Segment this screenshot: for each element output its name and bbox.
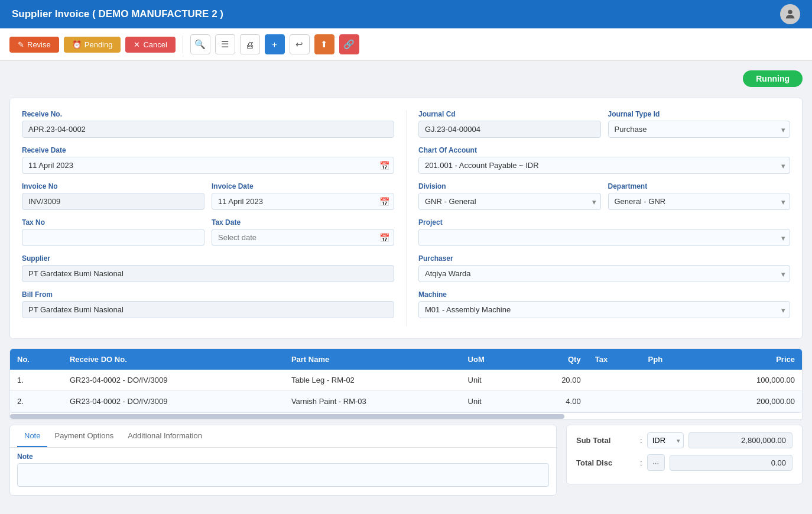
toolbar: ✎ Revise ⏰ Pending ✕ Cancel 🔍 ☰ 🖨 ＋ ↩ ⬆ …	[0, 28, 812, 61]
journal-type-group: Journal Type Id Purchase Sale General	[608, 110, 791, 138]
cancel-button[interactable]: ✕ Cancel	[125, 37, 175, 53]
tax-date-input[interactable]	[212, 229, 394, 246]
project-select[interactable]	[418, 229, 790, 246]
col-pph: Pph	[641, 349, 698, 370]
journal-cd-group: Journal Cd	[418, 110, 601, 138]
revise-button[interactable]: ✎ Revise	[9, 37, 59, 53]
tax-date-wrapper: 📅	[212, 229, 394, 246]
sub-total-colon: :	[640, 436, 642, 445]
machine-select[interactable]: M01 - Assembly Machine	[418, 301, 790, 318]
purchaser-select[interactable]: Atqiya Warda	[418, 265, 790, 282]
receive-no-label: Receive No.	[22, 110, 394, 118]
receive-no-group: Receive No.	[22, 110, 394, 138]
clock-icon: ⏰	[72, 40, 82, 49]
invoice-no-group: Invoice No	[22, 182, 204, 210]
calendar-icon-3: 📅	[379, 233, 389, 243]
division-select[interactable]: GNR - General	[418, 193, 601, 210]
cell-price: 200,000.00	[698, 391, 802, 412]
division-dept-row: Division GNR - General Department Genera…	[418, 182, 790, 218]
col-qty: Qty	[522, 349, 588, 370]
sub-total-currency-select[interactable]: IDR USD	[647, 432, 684, 448]
cell-receive-do: GR23-04-0002 - DO/IV/3009	[63, 370, 284, 391]
total-disc-dots-btn[interactable]: ···	[647, 454, 665, 471]
svg-point-0	[788, 10, 792, 14]
total-disc-colon: :	[640, 458, 642, 467]
machine-label: Machine	[418, 290, 790, 299]
scroll-bar	[10, 414, 564, 419]
col-no: No.	[10, 349, 63, 370]
cell-tax	[588, 370, 641, 391]
x-icon: ✕	[134, 40, 140, 49]
bottom-section: Note Payment Options Additional Informat…	[9, 425, 803, 496]
revise-icon: ✎	[18, 40, 24, 49]
sub-total-currency-wrapper: IDR USD	[647, 432, 684, 448]
search-icon-btn[interactable]: 🔍	[190, 34, 210, 54]
data-table-container: No. Receive DO No. Part Name UoM Qty Tax…	[9, 348, 803, 413]
cell-uom: Unit	[461, 391, 522, 412]
calendar-icon: 📅	[379, 161, 389, 170]
form-left: Receive No. Receive Date 📅 Invoice No In…	[22, 110, 406, 326]
cell-pph	[641, 391, 698, 412]
chart-of-account-select[interactable]: 201.001 - Account Payable ~ IDR	[418, 157, 790, 174]
total-disc-row: Total Disc : ··· 0.00	[576, 454, 792, 471]
project-label: Project	[418, 218, 790, 227]
invoice-no-input[interactable]	[22, 193, 204, 210]
link-icon-btn[interactable]: 🔗	[339, 34, 359, 54]
division-label: Division	[418, 182, 601, 190]
cell-part-name: Table Leg - RM-02	[284, 370, 461, 391]
tax-no-label: Tax No	[22, 218, 204, 227]
journal-type-label: Journal Type Id	[608, 110, 791, 118]
tab-payment-options[interactable]: Payment Options	[47, 425, 121, 447]
project-group: Project	[418, 218, 790, 246]
department-label: Department	[608, 182, 791, 190]
tab-note[interactable]: Note	[17, 425, 47, 447]
supplier-input[interactable]	[22, 265, 394, 282]
col-price: Price	[698, 349, 802, 370]
scroll-hint[interactable]	[9, 413, 803, 420]
machine-wrapper: M01 - Assembly Machine	[418, 301, 790, 318]
totals-section: Sub Total : IDR USD 2,800,000.00 Total D…	[566, 425, 803, 484]
note-input[interactable]	[17, 463, 549, 487]
department-wrapper: General - GNR	[608, 193, 791, 210]
journal-type-select[interactable]: Purchase Sale General	[608, 121, 791, 138]
division-wrapper: GNR - General	[418, 193, 601, 210]
invoice-row: Invoice No Invoice Date 📅	[22, 182, 394, 218]
machine-group: Machine M01 - Assembly Machine	[418, 290, 790, 318]
project-wrapper	[418, 229, 790, 246]
sub-total-value: 2,800,000.00	[688, 432, 792, 448]
chart-of-account-label: Chart Of Account	[418, 146, 790, 154]
sub-total-row: Sub Total : IDR USD 2,800,000.00	[576, 432, 792, 448]
invoice-no-label: Invoice No	[22, 182, 204, 190]
calendar-icon-2: 📅	[379, 197, 389, 206]
tab-additional-info[interactable]: Additional Information	[121, 425, 209, 447]
chart-of-account-wrapper: 201.001 - Account Payable ~ IDR	[418, 157, 790, 174]
cell-qty: 4.00	[522, 391, 588, 412]
bill-from-label: Bill From	[22, 290, 394, 299]
table-row: 2. GR23-04-0002 - DO/IV/3009 Varnish Pai…	[10, 391, 802, 412]
receive-date-input[interactable]	[22, 157, 394, 174]
user-avatar[interactable]	[780, 4, 800, 24]
cell-tax	[588, 391, 641, 412]
upload-icon-btn[interactable]: ⬆	[314, 34, 334, 54]
print-icon-btn[interactable]: 🖨	[240, 34, 260, 54]
pending-button[interactable]: ⏰ Pending	[64, 37, 121, 53]
undo-icon-btn[interactable]: ↩	[290, 34, 310, 54]
bill-from-input[interactable]	[22, 301, 394, 318]
tax-row: Tax No Tax Date 📅	[22, 218, 394, 254]
form-right: Journal Cd Journal Type Id Purchase Sale…	[406, 110, 790, 326]
cell-part-name: Varnish Paint - RM-03	[284, 391, 461, 412]
department-select[interactable]: General - GNR	[608, 193, 791, 210]
tax-no-input[interactable]	[22, 229, 204, 246]
col-receive-do: Receive DO No.	[63, 349, 284, 370]
list-icon-btn[interactable]: ☰	[215, 34, 235, 54]
data-table: No. Receive DO No. Part Name UoM Qty Tax…	[10, 349, 802, 412]
invoice-date-label: Invoice Date	[212, 182, 394, 190]
plus-icon-btn[interactable]: ＋	[265, 34, 285, 54]
receive-date-wrapper: 📅	[22, 157, 394, 174]
main-content: Running Receive No. Receive Date 📅 Invoi…	[0, 61, 812, 505]
receive-no-input[interactable]	[22, 121, 394, 138]
app-header: Supplier Invoice ( DEMO MANUFACTURE 2 )	[0, 0, 812, 28]
invoice-date-input[interactable]	[212, 193, 394, 210]
journal-cd-input[interactable]	[418, 121, 601, 138]
purchaser-wrapper: Atqiya Warda	[418, 265, 790, 282]
